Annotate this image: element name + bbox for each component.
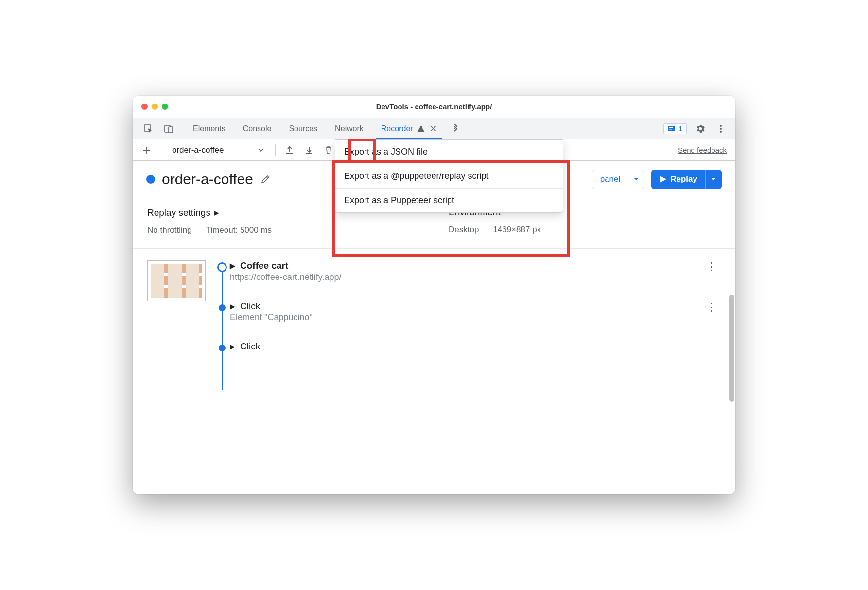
kebab-menu-icon[interactable] — [714, 122, 728, 136]
chevron-right-icon: ▸ — [214, 207, 219, 218]
tab-sources[interactable]: Sources — [280, 118, 326, 139]
timeline-node-icon — [217, 262, 227, 272]
performance-panel-button[interactable]: panel — [592, 170, 645, 189]
perf-panel-dropdown-icon[interactable] — [628, 170, 644, 189]
svg-rect-5 — [669, 129, 672, 130]
traffic-lights — [141, 104, 168, 110]
recording-selector[interactable]: order-a-coffee — [167, 145, 269, 155]
replay-button[interactable]: Replay — [651, 170, 722, 189]
timeline-node-icon — [219, 304, 226, 311]
expand-icon[interactable]: ▶ — [230, 302, 235, 310]
recording-indicator-icon — [146, 175, 155, 184]
titlebar: DevTools - coffee-cart.netlify.app/ — [133, 96, 735, 118]
chevron-down-icon — [258, 147, 264, 154]
timeline-node-icon — [219, 345, 226, 351]
export-dropdown: Export as a JSON file Export as a @puppe… — [335, 139, 563, 213]
step-item[interactable]: ▶Click Element "Cappucino" ⋮ — [230, 301, 721, 323]
svg-point-7 — [720, 128, 722, 130]
replay-dropdown-icon[interactable] — [705, 170, 721, 189]
export-puppeteer-item[interactable]: Export as a Puppeteer script — [335, 189, 563, 212]
recording-title: order-a-coffee — [162, 171, 253, 188]
viewport-value: 1469×887 px — [493, 225, 541, 235]
minimize-window-button[interactable] — [152, 104, 158, 110]
send-feedback-link[interactable]: Send feedback — [678, 146, 729, 154]
timeout-value: Timeout: 5000 ms — [206, 226, 272, 235]
new-recording-button[interactable] — [139, 142, 155, 158]
export-json-item[interactable]: Export as a JSON file — [335, 140, 563, 164]
step-menu-icon[interactable]: ⋮ — [702, 301, 721, 323]
tab-elements[interactable]: Elements — [184, 118, 234, 139]
play-icon — [660, 176, 666, 183]
svg-point-6 — [720, 125, 722, 127]
scrollbar[interactable] — [729, 295, 734, 402]
more-tabs-button[interactable] — [446, 118, 466, 139]
devtools-window: DevTools - coffee-cart.netlify.app/ Elem… — [133, 96, 735, 494]
tab-console[interactable]: Console — [234, 118, 280, 139]
settings-icon[interactable] — [694, 122, 707, 136]
device-value: Desktop — [449, 225, 479, 235]
screenshot-thumbnail[interactable] — [147, 260, 206, 301]
close-tab-icon[interactable]: ✕ — [430, 123, 437, 134]
flask-icon — [417, 125, 425, 133]
expand-icon[interactable]: ▶ — [230, 343, 235, 350]
window-title: DevTools - coffee-cart.netlify.app/ — [133, 103, 735, 111]
export-puppeteer-replay-item[interactable]: Export as a @puppeteer/replay script — [335, 164, 563, 189]
export-button[interactable] — [301, 142, 317, 158]
maximize-window-button[interactable] — [162, 104, 168, 110]
tab-recorder[interactable]: Recorder ✕ — [372, 118, 446, 139]
throttling-value: No throttling — [147, 226, 192, 235]
panel-tabs: Elements Console Sources Network Recorde… — [184, 118, 466, 139]
expand-icon[interactable]: ▶ — [230, 262, 235, 270]
steps-panel: ▶Coffee cart https://coffee-cart.netlify… — [133, 249, 735, 494]
timeline: ▶Coffee cart https://coffee-cart.netlify… — [217, 260, 721, 370]
svg-rect-2 — [169, 127, 173, 133]
issues-chip[interactable]: 1 — [663, 123, 687, 134]
tab-network[interactable]: Network — [326, 118, 372, 139]
edit-title-icon[interactable] — [260, 174, 271, 185]
tabstrip: Elements Console Sources Network Recorde… — [133, 118, 735, 139]
svg-point-8 — [720, 131, 722, 133]
import-button[interactable] — [281, 142, 298, 158]
step-item[interactable]: ▶Coffee cart https://coffee-cart.netlify… — [230, 260, 721, 282]
close-window-button[interactable] — [141, 104, 148, 110]
step-menu-icon[interactable]: ⋮ — [702, 260, 721, 282]
svg-rect-3 — [668, 126, 675, 131]
device-toolbar-icon[interactable] — [162, 122, 175, 136]
svg-rect-4 — [669, 127, 673, 128]
recorder-toolbar: order-a-coffee Send feedback Expo — [133, 139, 735, 161]
inspect-element-icon[interactable] — [141, 122, 155, 136]
step-item[interactable]: ▶Click — [230, 341, 721, 352]
